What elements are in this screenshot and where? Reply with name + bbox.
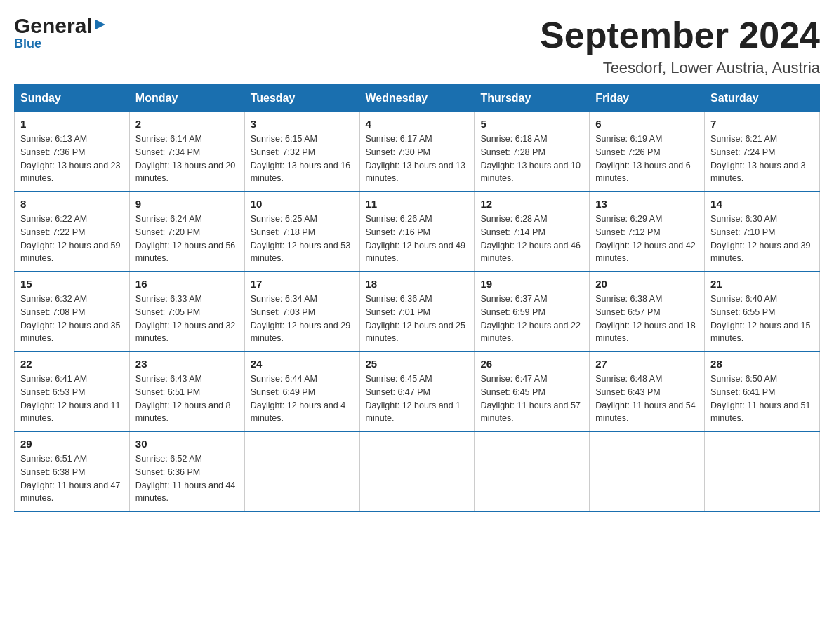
day-info: Sunrise: 6:32 AM Sunset: 7:08 PM Dayligh… [20,293,124,345]
sunset-label: Sunset: 7:20 PM [135,227,200,237]
calendar-cell: 29 Sunrise: 6:51 AM Sunset: 6:38 PM Dayl… [15,431,130,511]
daylight-label: Daylight: 11 hours and 54 minutes. [595,401,695,424]
sunrise-label: Sunrise: 6:19 AM [595,134,662,144]
calendar-cell: 2 Sunrise: 6:14 AM Sunset: 7:34 PM Dayli… [129,112,244,192]
calendar-cell: 9 Sunrise: 6:24 AM Sunset: 7:20 PM Dayli… [129,192,244,271]
logo-general-text: General [14,14,93,38]
daylight-label: Daylight: 12 hours and 49 minutes. [366,241,465,264]
day-number: 19 [480,278,583,290]
day-number: 21 [710,278,814,290]
day-info: Sunrise: 6:28 AM Sunset: 7:14 PM Dayligh… [480,213,583,265]
calendar-day-header: Thursday [475,85,590,112]
day-info: Sunrise: 6:45 AM Sunset: 6:47 PM Dayligh… [366,373,469,425]
week-row: 15 Sunrise: 6:32 AM Sunset: 7:08 PM Dayl… [15,271,820,351]
calendar-cell: 4 Sunrise: 6:17 AM Sunset: 7:30 PM Dayli… [359,112,475,192]
day-number: 9 [135,198,239,210]
daylight-label: Daylight: 12 hours and 18 minutes. [595,321,695,344]
calendar-cell: 18 Sunrise: 6:36 AM Sunset: 7:01 PM Dayl… [359,271,475,351]
sunset-label: Sunset: 7:10 PM [710,227,775,237]
day-info: Sunrise: 6:37 AM Sunset: 6:59 PM Dayligh… [480,293,583,345]
sunrise-label: Sunrise: 6:30 AM [710,214,777,224]
sunrise-label: Sunrise: 6:15 AM [251,134,317,144]
sunset-label: Sunset: 6:49 PM [251,387,315,397]
daylight-label: Daylight: 12 hours and 42 minutes. [595,241,695,264]
day-number: 17 [251,278,354,290]
sunrise-label: Sunrise: 6:51 AM [20,454,87,464]
day-number: 6 [595,118,699,130]
sunrise-label: Sunrise: 6:13 AM [20,134,87,144]
sunrise-label: Sunrise: 6:33 AM [135,294,202,304]
sunrise-label: Sunrise: 6:28 AM [480,214,547,224]
daylight-label: Daylight: 11 hours and 47 minutes. [20,481,120,504]
sunrise-label: Sunrise: 6:48 AM [595,374,662,384]
calendar-day-header: Saturday [705,85,820,112]
day-number: 3 [251,118,354,130]
sunrise-label: Sunrise: 6:52 AM [135,454,202,464]
sunset-label: Sunset: 7:34 PM [135,147,200,157]
day-info: Sunrise: 6:26 AM Sunset: 7:16 PM Dayligh… [366,213,469,265]
sunset-label: Sunset: 7:14 PM [480,227,545,237]
calendar-table: SundayMondayTuesdayWednesdayThursdayFrid… [14,84,820,512]
day-info: Sunrise: 6:36 AM Sunset: 7:01 PM Dayligh… [366,293,469,345]
day-info: Sunrise: 6:15 AM Sunset: 7:32 PM Dayligh… [251,133,354,185]
sunset-label: Sunset: 7:24 PM [710,147,775,157]
day-info: Sunrise: 6:51 AM Sunset: 6:38 PM Dayligh… [20,452,124,505]
sunset-label: Sunset: 7:32 PM [251,147,315,157]
daylight-label: Daylight: 12 hours and 4 minutes. [251,401,346,424]
sunrise-label: Sunrise: 6:18 AM [480,134,547,144]
daylight-label: Daylight: 11 hours and 51 minutes. [710,401,810,424]
day-number: 24 [251,358,354,370]
sunrise-label: Sunrise: 6:26 AM [366,214,432,224]
day-number: 2 [135,118,239,130]
calendar-cell: 23 Sunrise: 6:43 AM Sunset: 6:51 PM Dayl… [129,351,244,431]
daylight-label: Daylight: 12 hours and 39 minutes. [710,241,810,264]
day-number: 28 [710,358,814,370]
calendar-cell: 6 Sunrise: 6:19 AM Sunset: 7:26 PM Dayli… [590,112,705,192]
daylight-label: Daylight: 12 hours and 15 minutes. [710,321,810,344]
calendar-cell: 12 Sunrise: 6:28 AM Sunset: 7:14 PM Dayl… [475,192,590,271]
sunset-label: Sunset: 7:28 PM [480,147,545,157]
calendar-cell: 27 Sunrise: 6:48 AM Sunset: 6:43 PM Dayl… [590,351,705,431]
day-info: Sunrise: 6:14 AM Sunset: 7:34 PM Dayligh… [135,133,239,185]
day-info: Sunrise: 6:13 AM Sunset: 7:36 PM Dayligh… [20,133,124,185]
day-number: 22 [20,358,124,370]
title-section: September 2024 Teesdorf, Lower Austria, … [540,14,820,77]
sunset-label: Sunset: 6:57 PM [595,307,660,317]
day-number: 12 [480,198,583,210]
calendar-title: September 2024 [540,14,820,56]
sunset-label: Sunset: 7:26 PM [595,147,660,157]
day-number: 11 [366,198,469,210]
daylight-label: Daylight: 13 hours and 16 minutes. [251,161,350,184]
calendar-cell: 14 Sunrise: 6:30 AM Sunset: 7:10 PM Dayl… [705,192,820,271]
day-number: 10 [251,198,354,210]
daylight-label: Daylight: 13 hours and 13 minutes. [366,161,465,184]
calendar-day-header: Wednesday [359,85,475,112]
day-info: Sunrise: 6:41 AM Sunset: 6:53 PM Dayligh… [20,373,124,425]
sunset-label: Sunset: 6:41 PM [710,387,775,397]
calendar-cell [705,431,820,511]
calendar-cell: 28 Sunrise: 6:50 AM Sunset: 6:41 PM Dayl… [705,351,820,431]
day-info: Sunrise: 6:44 AM Sunset: 6:49 PM Dayligh… [251,373,354,425]
day-number: 16 [135,278,239,290]
calendar-cell: 3 Sunrise: 6:15 AM Sunset: 7:32 PM Dayli… [244,112,359,192]
day-number: 8 [20,198,124,210]
sunset-label: Sunset: 7:01 PM [366,307,430,317]
sunrise-label: Sunrise: 6:29 AM [595,214,662,224]
sunrise-label: Sunrise: 6:25 AM [251,214,317,224]
week-row: 8 Sunrise: 6:22 AM Sunset: 7:22 PM Dayli… [15,192,820,271]
sunset-label: Sunset: 7:05 PM [135,307,200,317]
day-info: Sunrise: 6:21 AM Sunset: 7:24 PM Dayligh… [710,133,814,185]
svg-marker-0 [95,20,105,29]
sunrise-label: Sunrise: 6:38 AM [595,294,662,304]
calendar-cell: 19 Sunrise: 6:37 AM Sunset: 6:59 PM Dayl… [475,271,590,351]
sunset-label: Sunset: 7:22 PM [20,227,85,237]
day-info: Sunrise: 6:19 AM Sunset: 7:26 PM Dayligh… [595,133,699,185]
sunset-label: Sunset: 7:36 PM [20,147,85,157]
daylight-label: Daylight: 12 hours and 11 minutes. [20,401,120,424]
sunset-label: Sunset: 6:38 PM [20,467,85,477]
day-info: Sunrise: 6:43 AM Sunset: 6:51 PM Dayligh… [135,373,239,425]
calendar-cell: 10 Sunrise: 6:25 AM Sunset: 7:18 PM Dayl… [244,192,359,271]
calendar-header-row: SundayMondayTuesdayWednesdayThursdayFrid… [15,85,820,112]
calendar-cell: 26 Sunrise: 6:47 AM Sunset: 6:45 PM Dayl… [475,351,590,431]
sunrise-label: Sunrise: 6:40 AM [710,294,777,304]
